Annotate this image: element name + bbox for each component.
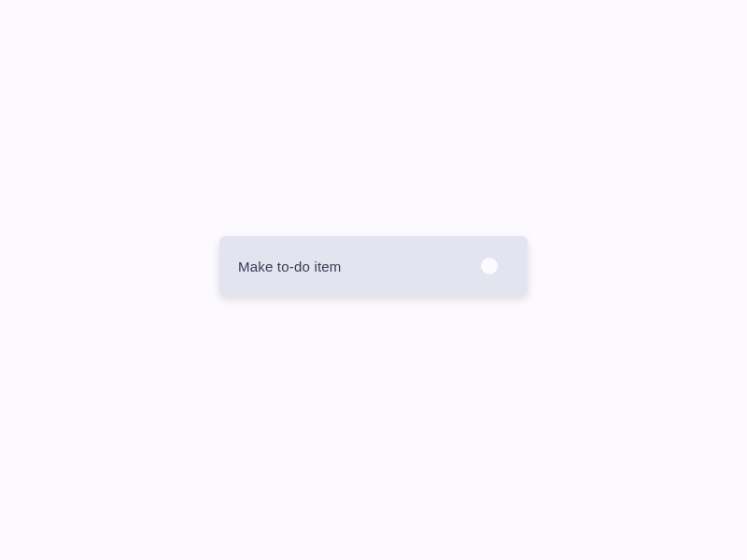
todo-item-label: Make to-do item (238, 259, 342, 274)
todo-checkbox[interactable] (481, 258, 498, 274)
todo-item-card[interactable]: Make to-do item (219, 236, 528, 296)
